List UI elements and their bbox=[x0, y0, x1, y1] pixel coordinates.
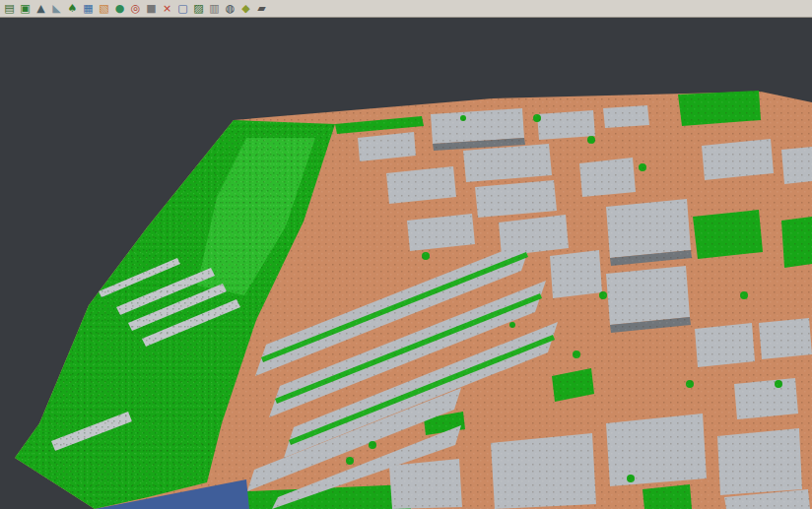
toolbar-icon-terrain[interactable]: ◣ bbox=[49, 1, 64, 16]
toolbar-icon-globe[interactable]: ◍ bbox=[223, 1, 237, 16]
toolbar-icon-frame[interactable]: ▢ bbox=[175, 1, 190, 16]
toolbar-icon-layers[interactable]: ▤ bbox=[2, 1, 17, 16]
toolbar-icon-target[interactable]: ◎ bbox=[128, 1, 143, 16]
toolbar-icon-sphere[interactable]: ● bbox=[112, 1, 127, 16]
toolbar-icon-close[interactable]: × bbox=[160, 1, 174, 16]
toolbar-icon-import[interactable]: ▣ bbox=[18, 1, 33, 16]
toolbar-icon-mountain[interactable]: ▲ bbox=[34, 1, 48, 16]
toolbar-icon-camera[interactable]: ▰ bbox=[254, 1, 269, 16]
toolbar-icon-window[interactable]: ▥ bbox=[207, 1, 222, 16]
viewport[interactable] bbox=[0, 18, 812, 509]
toolbar-icon-grid[interactable]: ▦ bbox=[81, 1, 96, 16]
toolbar-icon-settings[interactable]: ■ bbox=[144, 1, 159, 16]
toolbar: ▤▣▲◣♠▦▧●◎■×▢▨▥◍◆▰ bbox=[0, 0, 812, 18]
toolbar-icon-box[interactable]: ▧ bbox=[97, 1, 111, 16]
toolbar-icon-tree[interactable]: ♠ bbox=[65, 1, 80, 16]
scene-canvas[interactable] bbox=[0, 18, 812, 509]
toolbar-icon-measure[interactable]: ◆ bbox=[238, 1, 253, 16]
toolbar-icon-texture[interactable]: ▨ bbox=[191, 1, 206, 16]
